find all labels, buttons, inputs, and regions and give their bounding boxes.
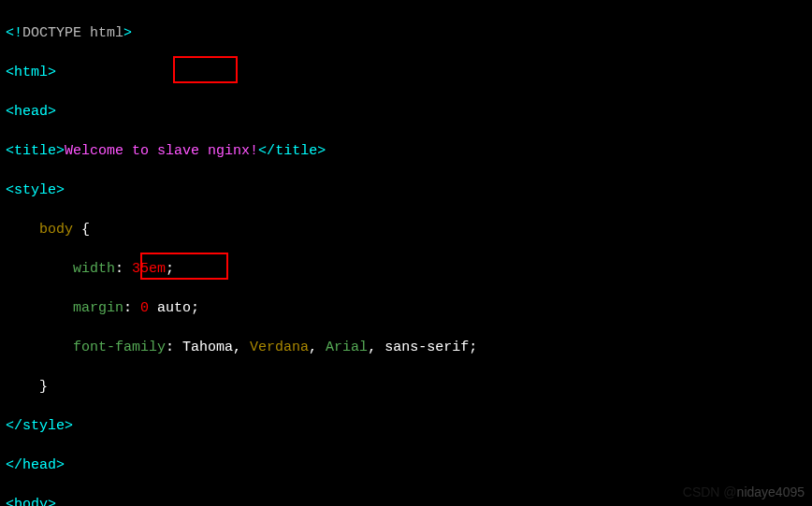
- brace: {: [73, 222, 90, 238]
- code-editor[interactable]: <!DOCTYPE html> <html> <head> <title>Wel…: [0, 0, 812, 506]
- tag: style: [14, 182, 56, 198]
- doctype: DOCTYPE html: [22, 25, 123, 41]
- value: 35em: [132, 261, 166, 277]
- property: margin: [73, 300, 123, 316]
- punct: </: [6, 418, 22, 434]
- value: Arial: [326, 340, 368, 355]
- watermark-user: nidaye4095: [737, 484, 805, 499]
- text: nginx!: [208, 143, 258, 159]
- punct: >: [65, 418, 73, 434]
- colon: :: [123, 300, 140, 316]
- text: Welcome to: [65, 143, 157, 159]
- punct: <: [6, 497, 14, 506]
- punct: </: [258, 143, 275, 159]
- property: width: [73, 261, 115, 277]
- code-line: <!DOCTYPE html>: [6, 23, 806, 43]
- indent: [6, 222, 39, 238]
- watermark-prefix: CSDN @: [683, 484, 737, 499]
- tag: head: [14, 104, 48, 120]
- code-line: width: 35em;: [6, 259, 806, 279]
- indent: [6, 300, 73, 316]
- code-line: }: [6, 377, 806, 397]
- value: ,: [309, 340, 326, 355]
- indent: [6, 379, 39, 395]
- code-line: </style>: [6, 416, 806, 436]
- tag: head: [22, 457, 56, 473]
- punct: >: [317, 143, 326, 159]
- punct: >: [48, 497, 56, 506]
- tag: style: [22, 418, 65, 434]
- tag: html: [14, 65, 48, 80]
- tag: title: [275, 143, 317, 159]
- value: auto;: [149, 300, 199, 316]
- code-line: <title>Welcome to slave nginx!</title>: [6, 141, 806, 161]
- value: Tahoma,: [182, 340, 250, 355]
- tag: body: [14, 497, 48, 506]
- selector: body: [39, 222, 73, 238]
- value: Verdana: [250, 340, 309, 355]
- code-line: body {: [6, 220, 806, 239]
- punct: >: [56, 143, 65, 159]
- colon: :: [115, 261, 132, 277]
- punct: </: [6, 457, 22, 473]
- tag: title: [14, 143, 56, 159]
- code-line: </head>: [6, 455, 806, 475]
- brace: }: [39, 379, 48, 395]
- punct: <: [6, 182, 14, 198]
- indent: [6, 340, 73, 355]
- punct: <: [6, 143, 14, 159]
- code-line: <style>: [6, 181, 806, 200]
- punct: >: [48, 104, 56, 120]
- code-line: margin: 0 auto;: [6, 298, 806, 318]
- punct: >: [56, 182, 65, 198]
- value: , sans-serif;: [368, 340, 477, 355]
- code-line: <head>: [6, 102, 806, 122]
- punct: <!: [6, 25, 22, 41]
- semi: ;: [166, 261, 174, 277]
- code-line: font-family: Tahoma, Verdana, Arial, san…: [6, 338, 806, 357]
- value: 0: [140, 300, 149, 316]
- property: font-family: [73, 340, 166, 355]
- punct: >: [56, 457, 65, 473]
- punct: <: [6, 104, 14, 120]
- highlighted-word: slave: [157, 143, 208, 159]
- colon: :: [166, 340, 182, 355]
- indent: [6, 261, 73, 277]
- code-line: <html>: [6, 63, 806, 82]
- punct: >: [123, 25, 132, 41]
- punct: >: [48, 65, 56, 80]
- punct: <: [6, 65, 14, 80]
- watermark: CSDN @nidaye4095: [683, 483, 805, 502]
